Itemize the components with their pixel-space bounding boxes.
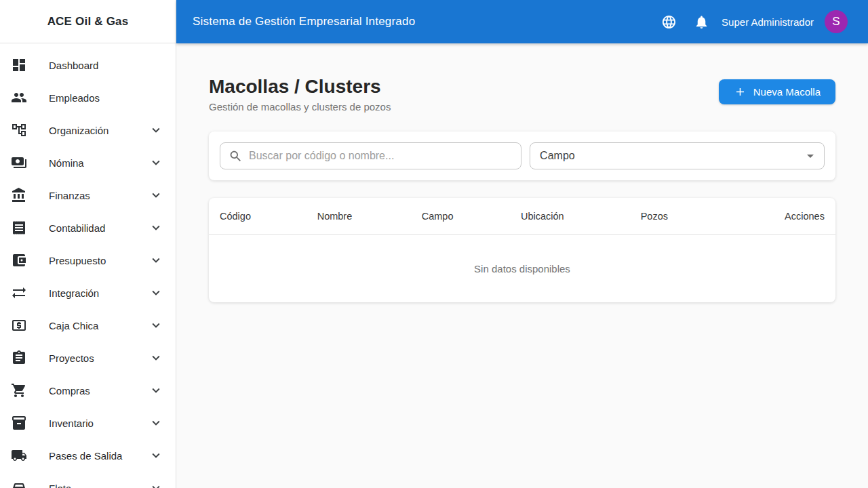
- search-icon: [229, 149, 243, 163]
- brand: ACE Oil & Gas: [0, 0, 176, 43]
- sidebar-item-compras[interactable]: Compras: [0, 374, 176, 407]
- sidebar-item-inventario[interactable]: Inventario: [0, 407, 176, 439]
- sidebar-item-label: Inventario: [49, 418, 149, 429]
- table-column-header: Nombre: [283, 211, 387, 222]
- sidebar-item-integracion[interactable]: Integración: [0, 277, 176, 309]
- people-icon: [11, 89, 27, 106]
- dropdown-arrow-icon: [802, 148, 818, 164]
- dashboard-icon: [11, 57, 27, 73]
- table-card: CódigoNombreCampoUbicaciónPozosAcciones …: [209, 198, 835, 302]
- sidebar-item-label: Organización: [49, 125, 149, 136]
- sidebar-item-finanzas[interactable]: Finanzas: [0, 179, 176, 211]
- sidebar-item-pases-de-salida[interactable]: Pases de Salida: [0, 439, 176, 472]
- user-avatar[interactable]: S: [825, 10, 848, 33]
- sidebar-item-label: Proyectos: [49, 352, 149, 364]
- car-icon: [11, 480, 27, 488]
- table-column-header: Ubicación: [489, 211, 596, 222]
- truck-icon: [11, 447, 27, 464]
- sidebar-item-label: Flota: [49, 483, 149, 488]
- new-macolla-label: Nueva Macolla: [753, 86, 821, 98]
- page-title: Macollas / Clusters: [209, 76, 391, 98]
- top-bar-actions: Super Administrador S: [660, 10, 848, 33]
- chevron-down-icon: [149, 481, 163, 488]
- app-title: Sistema de Gestión Empresarial Integrado: [193, 15, 660, 28]
- sidebar: ACE Oil & Gas Dashboard Empleados Organi…: [0, 0, 176, 488]
- brand-name: ACE Oil & Gas: [47, 15, 129, 28]
- cash-box-icon: [11, 317, 27, 333]
- plus-icon: [734, 85, 747, 98]
- sidebar-item-label: Integración: [49, 287, 149, 299]
- table-header-row: CódigoNombreCampoUbicaciónPozosAcciones: [209, 198, 835, 235]
- chevron-down-icon: [149, 155, 163, 170]
- chevron-down-icon: [149, 318, 163, 333]
- table-column-header: Campo: [386, 211, 489, 222]
- payments-icon: [11, 155, 27, 171]
- table-column-header: Código: [220, 211, 283, 222]
- sidebar-item-empleados[interactable]: Empleados: [0, 81, 176, 114]
- chevron-down-icon: [149, 123, 163, 138]
- sidebar-item-proyectos[interactable]: Proyectos: [0, 342, 176, 374]
- chevron-down-icon: [149, 448, 163, 463]
- sidebar-item-caja-chica[interactable]: Caja Chica: [0, 309, 176, 342]
- app-root: ACE Oil & Gas Dashboard Empleados Organi…: [0, 0, 868, 488]
- notifications-button[interactable]: [693, 14, 709, 30]
- top-bar: Sistema de Gestión Empresarial Integrado…: [176, 0, 868, 43]
- sidebar-item-label: Nómina: [49, 157, 149, 169]
- shopping-cart-icon: [11, 382, 27, 399]
- language-button[interactable]: [660, 14, 677, 30]
- sidebar-item-label: Presupuesto: [49, 255, 149, 266]
- sidebar-item-label: Caja Chica: [49, 320, 149, 331]
- chevron-down-icon: [149, 188, 163, 203]
- right-pane: Sistema de Gestión Empresarial Integrado…: [176, 0, 868, 488]
- table-column-header: Pozos: [596, 211, 713, 222]
- sidebar-item-label: Contabilidad: [49, 222, 149, 234]
- receipt-icon: [11, 220, 27, 236]
- sidebar-item-organizacion[interactable]: Organización: [0, 114, 176, 146]
- sidebar-item-label: Compras: [49, 385, 149, 396]
- sidebar-item-nomina[interactable]: Nómina: [0, 146, 176, 179]
- inventory-box-icon: [11, 415, 27, 431]
- page-heading-group: Macollas / Clusters Gestión de macollas …: [209, 76, 391, 113]
- page-header: Macollas / Clusters Gestión de macollas …: [209, 76, 835, 113]
- chevron-down-icon: [149, 285, 163, 300]
- chevron-down-icon: [149, 253, 163, 268]
- swap-arrows-icon: [11, 285, 27, 301]
- sidebar-item-contabilidad[interactable]: Contabilidad: [0, 211, 176, 244]
- globe-icon: [661, 14, 677, 30]
- table-empty-state: Sin datos disponibles: [209, 235, 835, 302]
- main-content: Macollas / Clusters Gestión de macollas …: [176, 43, 868, 488]
- sidebar-item-label: Finanzas: [49, 190, 149, 201]
- bank-icon: [11, 187, 27, 203]
- search-input[interactable]: [249, 150, 513, 162]
- user-name: Super Administrador: [722, 16, 814, 28]
- avatar-initial: S: [832, 15, 840, 28]
- chevron-down-icon: [149, 383, 163, 398]
- sidebar-item-label: Empleados: [49, 92, 163, 104]
- wallet-icon: [11, 252, 27, 268]
- bell-icon: [694, 14, 709, 30]
- sidebar-nav: Dashboard Empleados Organización Nómina …: [0, 43, 176, 488]
- search-box: [220, 142, 521, 169]
- sidebar-item-flota[interactable]: Flota: [0, 472, 176, 488]
- campo-select[interactable]: Campo: [530, 142, 825, 169]
- page-subtitle: Gestión de macollas y clusters de pozos: [209, 101, 391, 113]
- campo-select-value: Campo: [540, 150, 575, 162]
- chevron-down-icon: [149, 220, 163, 235]
- filter-card: Campo: [209, 131, 835, 180]
- new-macolla-button[interactable]: Nueva Macolla: [719, 79, 835, 104]
- table-column-header: Acciones: [713, 211, 825, 222]
- org-tree-icon: [11, 122, 27, 138]
- chevron-down-icon: [149, 350, 163, 365]
- sidebar-item-dashboard[interactable]: Dashboard: [0, 49, 176, 81]
- clipboard-icon: [11, 350, 27, 366]
- chevron-down-icon: [149, 415, 163, 430]
- sidebar-item-presupuesto[interactable]: Presupuesto: [0, 244, 176, 277]
- sidebar-item-label: Dashboard: [49, 60, 163, 71]
- sidebar-item-label: Pases de Salida: [49, 450, 149, 462]
